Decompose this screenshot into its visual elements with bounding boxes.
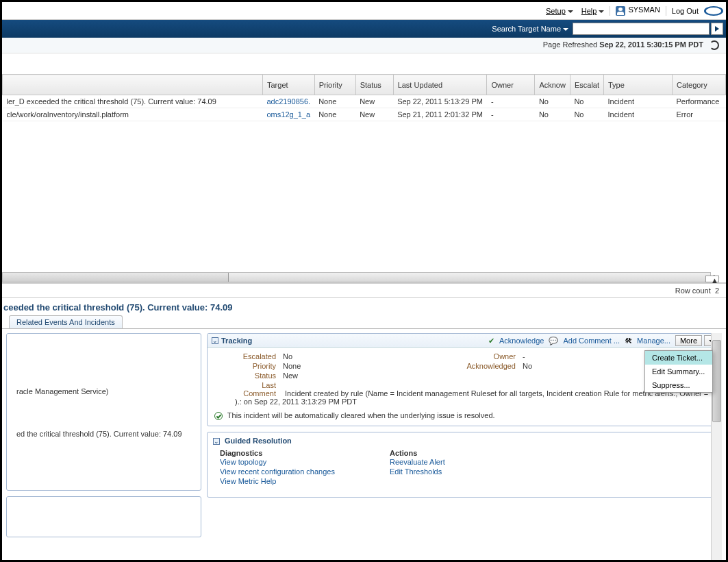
check-icon: ✔ bbox=[488, 337, 494, 345]
owner-label: Owner bbox=[454, 352, 523, 361]
acknowledged-label: Acknowledged bbox=[454, 362, 523, 370]
setup-menu[interactable]: Setup bbox=[546, 7, 573, 15]
scrollbar-thumb[interactable] bbox=[3, 273, 229, 282]
last-comment-value: Incident created by rule (Name = Inciden… bbox=[235, 389, 708, 406]
col-escalated[interactable]: Escalat bbox=[570, 75, 603, 95]
acknowledged-value: No bbox=[523, 362, 591, 370]
col-target[interactable]: Target bbox=[263, 75, 315, 95]
separator bbox=[610, 6, 610, 16]
check-circle-icon bbox=[214, 412, 223, 420]
auto-clear-note: This incident will be automatically clea… bbox=[208, 408, 721, 426]
incident-detail-title: ceeded the critical threshold (75). Curr… bbox=[2, 298, 726, 315]
caret-down-icon bbox=[599, 10, 604, 13]
more-button[interactable]: More bbox=[675, 335, 702, 346]
target-link[interactable]: adc2190856. bbox=[263, 95, 315, 108]
oracle-logo-icon bbox=[704, 6, 723, 16]
manage-icon: 🛠 bbox=[625, 337, 632, 345]
collapse-toggle-icon[interactable]: ⌄ bbox=[212, 337, 218, 344]
col-priority[interactable]: Priority bbox=[314, 75, 355, 95]
scrollbar-thumb[interactable] bbox=[712, 340, 721, 422]
priority-value: None bbox=[283, 362, 454, 370]
left-info-panel: racle Management Service) ed the critica… bbox=[6, 333, 201, 491]
escalated-label: Escalated bbox=[214, 352, 283, 361]
collapse-toggle-icon[interactable]: ⌄ bbox=[213, 438, 220, 445]
col-acknowledged[interactable]: Acknow bbox=[535, 75, 570, 95]
actions-heading: Actions bbox=[390, 449, 445, 457]
left-empty-panel bbox=[6, 496, 201, 537]
guided-title: Guided Resolution bbox=[225, 437, 292, 445]
acknowledge-link[interactable]: Acknowledge bbox=[497, 337, 546, 345]
menu-create-ticket[interactable]: Create Ticket... bbox=[645, 351, 712, 365]
comment-icon: 💬 bbox=[549, 337, 558, 345]
status-value: New bbox=[283, 371, 454, 380]
left-text-1: racle Management Service) bbox=[12, 380, 195, 402]
incidents-table: Target Priority Status Last Updated Owne… bbox=[2, 74, 726, 121]
view-metric-help-link[interactable]: View Metric Help bbox=[220, 476, 335, 486]
target-link[interactable]: oms12g_1_a bbox=[263, 108, 315, 121]
user-icon bbox=[616, 6, 625, 16]
arrow-right-icon bbox=[715, 26, 719, 32]
table-row[interactable]: ler_D exceeded the critical threshold (7… bbox=[3, 95, 726, 108]
owner-value: - bbox=[523, 352, 591, 361]
more-dropdown-menu: Create Ticket... Edit Summary... Suppres… bbox=[644, 350, 713, 393]
reevaluate-alert-link[interactable]: Reevaluate Alert bbox=[390, 457, 445, 467]
guided-resolution-panel: ⌄ Guided Resolution Diagnostics View top… bbox=[207, 432, 722, 498]
view-recent-config-link[interactable]: View recent configuration changes bbox=[220, 467, 335, 476]
col-type[interactable]: Type bbox=[604, 75, 673, 95]
escalated-value: No bbox=[283, 352, 454, 361]
col-owner[interactable]: Owner bbox=[487, 75, 535, 95]
edit-thresholds-link[interactable]: Edit Thresholds bbox=[390, 467, 445, 476]
add-comment-link[interactable]: Add Comment ... bbox=[561, 337, 622, 345]
top-menu-bar: Setup Help SYSMAN Log Out bbox=[2, 2, 726, 20]
col-last-updated[interactable]: Last Updated bbox=[393, 75, 487, 95]
search-label[interactable]: Search Target Name bbox=[492, 25, 568, 33]
caret-down-icon bbox=[568, 10, 573, 13]
help-menu[interactable]: Help bbox=[581, 7, 605, 15]
search-go-button[interactable] bbox=[711, 23, 723, 35]
tracking-title: Tracking bbox=[221, 337, 252, 345]
refresh-icon[interactable] bbox=[710, 40, 719, 50]
manage-link[interactable]: Manage... bbox=[635, 337, 673, 345]
incidents-table-region: Target Priority Status Last Updated Owne… bbox=[2, 74, 726, 283]
row-count-bar: Row count 2 ▲ bbox=[2, 283, 726, 298]
detail-tabs: Related Events And Incidents bbox=[2, 315, 726, 329]
page-refresh-status: Page Refreshed Sep 22, 2011 5:30:15 PM P… bbox=[2, 38, 726, 53]
menu-suppress[interactable]: Suppress... bbox=[645, 378, 712, 392]
user-menu[interactable]: SYSMAN bbox=[616, 5, 660, 15]
diagnostics-heading: Diagnostics bbox=[220, 449, 335, 457]
horizontal-scrollbar[interactable] bbox=[2, 272, 711, 282]
status-label: Status bbox=[214, 371, 283, 380]
tab-related-events[interactable]: Related Events And Incidents bbox=[9, 315, 123, 328]
left-text-2: ed the critical threshold (75). Current … bbox=[12, 423, 195, 445]
priority-label: Priority bbox=[214, 362, 283, 370]
collapse-up-icon[interactable]: ▲ bbox=[705, 276, 719, 282]
last-comment-label: Last Comment bbox=[235, 381, 276, 398]
search-bar: Search Target Name bbox=[2, 20, 726, 38]
col-summary[interactable] bbox=[3, 75, 263, 95]
separator bbox=[666, 6, 666, 16]
table-row[interactable]: cle/work/oraInventory/install.platform o… bbox=[3, 108, 726, 121]
col-status[interactable]: Status bbox=[355, 75, 393, 95]
logout-link[interactable]: Log Out bbox=[672, 7, 699, 15]
caret-down-icon bbox=[563, 28, 568, 31]
col-category[interactable]: Category bbox=[673, 75, 726, 95]
menu-edit-summary[interactable]: Edit Summary... bbox=[645, 365, 712, 378]
view-topology-link[interactable]: View topology bbox=[220, 457, 335, 467]
search-input[interactable] bbox=[573, 23, 710, 35]
tracking-panel: ⌄ Tracking ✔ Acknowledge 💬 Add Comment .… bbox=[207, 333, 722, 426]
